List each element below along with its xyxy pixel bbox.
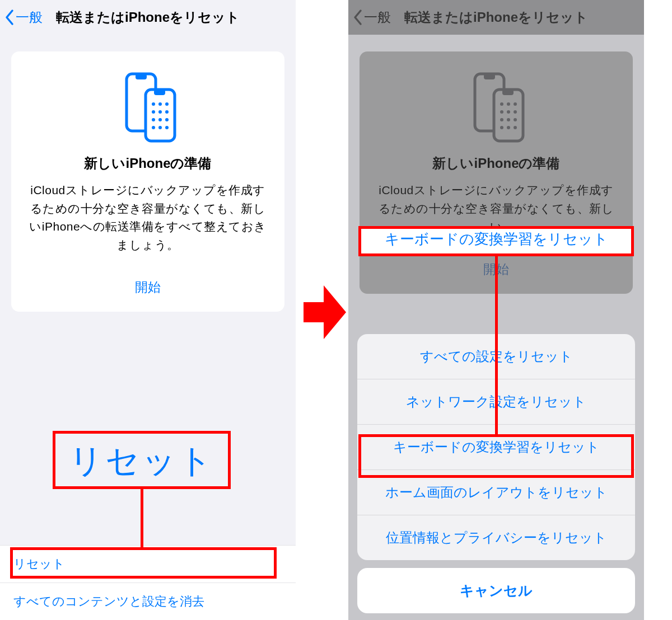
svg-point-5	[158, 102, 162, 106]
card-title: 新しいiPhoneの準備	[27, 154, 269, 172]
svg-rect-1	[136, 74, 147, 79]
svg-point-21	[507, 102, 510, 106]
annotation-label: リセット	[62, 439, 222, 484]
page-title: 転送またはiPhoneをリセット	[348, 8, 644, 26]
svg-rect-17	[484, 74, 495, 79]
start-button[interactable]: 開始	[27, 279, 269, 296]
navbar: 一般 転送またはiPhoneをリセット	[0, 0, 296, 35]
svg-point-23	[500, 110, 503, 114]
svg-rect-3	[154, 90, 165, 95]
annotation-label: キーボードの変換学習をリセット	[364, 229, 628, 249]
svg-point-15	[165, 126, 169, 129]
devices-icon	[463, 71, 530, 143]
annotation-connector	[495, 256, 498, 434]
svg-point-8	[158, 110, 162, 114]
svg-point-14	[158, 126, 162, 129]
sheet-reset-home-layout[interactable]: ホーム画面のレイアウトをリセット	[357, 470, 635, 515]
svg-point-4	[152, 102, 155, 106]
svg-point-13	[152, 126, 155, 129]
svg-point-6	[165, 102, 169, 106]
svg-point-25	[514, 110, 517, 114]
svg-point-20	[500, 102, 503, 106]
annotation-connector	[141, 489, 143, 547]
svg-point-12	[165, 118, 169, 121]
back-button[interactable]: 一般	[4, 8, 43, 26]
arrow-icon	[304, 285, 344, 339]
navbar: 一般 転送またはiPhoneをリセット	[348, 0, 644, 35]
svg-point-10	[152, 118, 155, 121]
prepare-card: 新しいiPhoneの準備 iCloudストレージにバックアップを作成するための十…	[11, 51, 284, 312]
sheet-reset-location-privacy[interactable]: 位置情報とプライバシーをリセット	[357, 515, 635, 560]
svg-point-27	[507, 118, 510, 121]
card-desc: iCloudストレージにバックアップを作成するための十分な空き容量がなくても、新…	[27, 181, 269, 254]
svg-point-26	[500, 118, 503, 121]
svg-point-9	[165, 110, 169, 114]
back-button: 一般	[353, 8, 391, 26]
svg-rect-19	[502, 90, 514, 95]
svg-point-7	[152, 110, 155, 114]
card-title: 新しいiPhoneの準備	[375, 154, 617, 172]
svg-point-29	[500, 126, 503, 129]
back-label: 一般	[16, 8, 43, 26]
devices-icon	[114, 71, 181, 143]
svg-point-31	[514, 126, 517, 129]
svg-rect-2	[146, 90, 175, 141]
chevron-left-icon	[4, 9, 15, 26]
page-title: 転送またはiPhoneをリセット	[0, 8, 296, 26]
sheet-cancel-button[interactable]: キャンセル	[357, 568, 635, 613]
reset-row[interactable]: リセット	[0, 546, 296, 583]
bottom-list: リセット すべてのコンテンツと設定を消去	[0, 545, 296, 620]
chevron-left-icon	[353, 9, 363, 26]
erase-row[interactable]: すべてのコンテンツと設定を消去	[0, 583, 296, 620]
svg-point-11	[158, 118, 162, 121]
phone-left: 一般 転送またはiPhoneをリセット	[0, 0, 296, 620]
svg-rect-18	[494, 90, 523, 141]
back-label: 一般	[364, 8, 391, 26]
svg-point-24	[507, 110, 510, 114]
svg-point-30	[507, 126, 510, 129]
svg-point-22	[514, 102, 517, 106]
card-desc: iCloudストレージにバックアップを作成するための十分な空き容量がなくても、新…	[375, 181, 617, 236]
svg-point-28	[514, 118, 517, 121]
